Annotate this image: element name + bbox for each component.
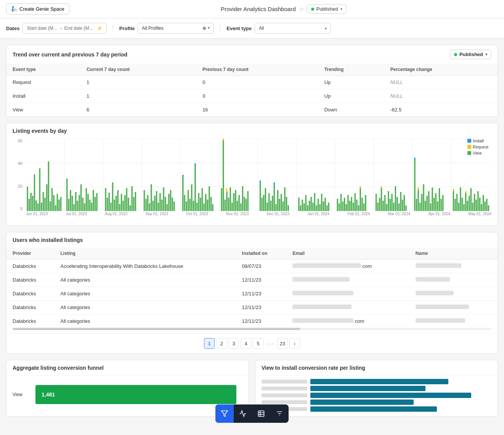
users-table: Provider Listing Installed on Email Name… [6,248,498,328]
svg-rect-178 [360,186,361,188]
dates-filter-group: Dates Start date (M... → End date (M... … [6,23,107,34]
svg-rect-29 [51,188,53,211]
svg-rect-111 [223,139,224,140]
page-ellipsis: · · · [265,338,276,349]
svg-rect-226 [462,198,463,211]
chevron-down-icon: ▾ [485,52,487,56]
svg-rect-141 [281,194,282,211]
svg-rect-129 [261,198,262,211]
svg-rect-101 [200,198,201,211]
svg-rect-199 [404,195,405,211]
svg-rect-118 [233,193,234,211]
svg-rect-169 [346,204,347,211]
svg-rect-47 [87,194,88,211]
col-trending: Trending [318,64,384,76]
svg-rect-157 [318,199,319,211]
svg-rect-156 [316,205,317,211]
svg-rect-197 [400,192,401,211]
dates-placeholder: Start date (M... → End date (M... [27,26,93,31]
svg-rect-181 [365,195,366,211]
svg-rect-59 [116,196,117,211]
chevron-down-icon: ▾ [325,26,327,31]
dates-input[interactable]: Start date (M... → End date (M... ⚡ [22,23,106,34]
svg-rect-48 [89,200,90,211]
create-genie-space-button[interactable]: 🧞 Create Genie Space [6,3,69,14]
cell-email [286,273,409,287]
svg-rect-225 [460,187,461,211]
svg-rect-215 [435,193,437,211]
conversion-chart [255,376,498,416]
svg-rect-242 [488,205,489,211]
svg-rect-233 [472,203,473,211]
event-type-select[interactable]: All ▾ [255,23,331,34]
page-btn-1[interactable]: 1 [204,338,215,349]
svg-rect-89 [182,177,183,211]
svg-rect-175 [356,200,357,211]
svg-rect-177 [360,188,361,211]
svg-rect-94 [189,199,191,211]
cell-pct: NULL [384,89,498,103]
users-title: Users who installed listings [13,237,83,243]
users-table-scroll[interactable]: Provider Listing Installed on Email Name… [6,248,498,328]
svg-rect-131 [265,188,266,211]
trend-title: Trend over current and previous 7 day pe… [13,52,127,58]
cell-event-type: Request [6,76,80,89]
svg-rect-68 [131,186,132,211]
svg-marker-243 [222,411,228,417]
toolbar-table-btn[interactable] [252,404,270,423]
install-color [467,139,471,143]
cell-name [409,287,498,301]
toolbar-filter2-btn[interactable] [270,404,289,423]
page-btn-5[interactable]: 5 [253,338,263,349]
svg-rect-227 [463,204,464,211]
star-icon[interactable]: ☆ [299,6,304,13]
page-title-group: Provider Analytics Dashboard ☆ Published… [221,4,347,14]
toolbar-chart-btn[interactable] [234,404,252,423]
cell-previous: 0 [196,76,318,89]
cell-installed-on: 12/11/23 [236,314,287,328]
users-table-row: Databricks All categories 12/11/23 com [6,314,498,328]
svg-rect-18 [32,196,33,211]
profile-label: Profile [119,26,135,31]
horizontal-scrollbar[interactable] [13,328,491,330]
svg-rect-184 [379,198,380,211]
svg-rect-202 [414,158,415,160]
pagination: 1 2 3 4 5 · · · 23 › [6,333,498,353]
hbar-label-2 [262,387,307,390]
svg-rect-66 [128,198,129,211]
svg-rect-182 [376,194,377,211]
toolbar-filter-btn[interactable] [215,404,234,423]
svg-rect-121 [239,195,240,211]
page-btn-next[interactable]: › [289,338,300,349]
cell-email [286,287,409,301]
cell-previous: 0 [196,89,318,103]
svg-rect-100 [198,193,199,211]
svg-rect-239 [483,195,484,211]
col-current-7: Current 7 day count [80,64,196,76]
svg-rect-200 [405,205,406,211]
svg-rect-173 [353,203,354,211]
cell-name [409,314,498,328]
svg-rect-138 [275,204,276,211]
svg-rect-204 [417,190,419,211]
cell-event-type: View [6,103,80,117]
svg-rect-128 [260,180,261,182]
col-provider: Provider [6,248,55,259]
page-btn-23[interactable]: 23 [277,338,288,349]
published-status-badge[interactable]: Published ▾ [307,4,347,14]
page-btn-3[interactable]: 3 [228,338,239,349]
svg-rect-61 [119,204,120,211]
users-table-row: Databricks All categories 12/11/23 [6,273,498,287]
col-name: Name [409,248,498,259]
page-btn-2[interactable]: 2 [216,338,227,349]
trend-published-badge[interactable]: Published ▾ [450,50,491,59]
page-btn-4[interactable]: 4 [241,338,251,349]
chart-area: 60 40 20 0 [13,139,491,222]
svg-rect-46 [86,188,87,211]
cell-current: 1 [80,89,196,103]
svg-rect-158 [319,204,320,211]
svg-rect-237 [479,198,480,211]
profile-select[interactable]: All Profiles ⊗ ▾ [138,23,214,34]
table-icon [257,410,265,417]
svg-rect-210 [427,196,428,211]
